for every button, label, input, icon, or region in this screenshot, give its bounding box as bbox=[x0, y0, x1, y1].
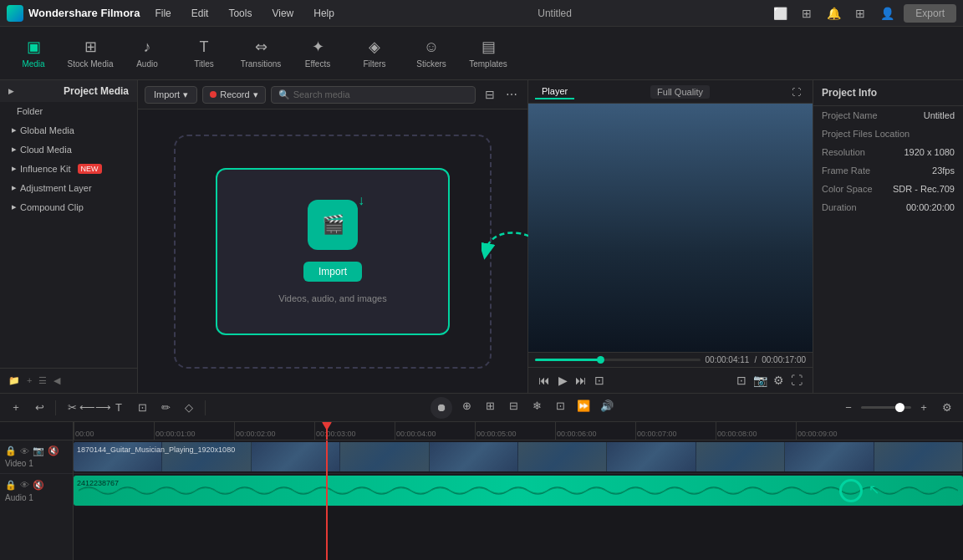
play-btn[interactable]: ▶ bbox=[553, 371, 572, 389]
video-track-eye-icon[interactable]: 👁 bbox=[20, 446, 29, 456]
add-track-btn[interactable]: + bbox=[7, 399, 25, 417]
record-btn[interactable]: Record ▾ bbox=[202, 86, 265, 104]
list-view-icon[interactable]: ☰ bbox=[38, 375, 47, 386]
import-subtext: Videos, audio, and images bbox=[278, 293, 386, 303]
audio-track-eye-icon[interactable]: 👁 bbox=[20, 480, 29, 490]
video-track-mute-icon[interactable]: 🔇 bbox=[48, 445, 59, 456]
user-icon[interactable]: 👤 bbox=[877, 3, 897, 23]
audio-track-content[interactable]: 2412238767 ↖ bbox=[74, 474, 963, 507]
project-info-title: Project Info bbox=[813, 80, 963, 106]
sidebar-adjustment-layer[interactable]: ▸ Adjustment Layer bbox=[0, 178, 137, 197]
import-media-button[interactable]: Import bbox=[303, 262, 362, 282]
audio-clip[interactable]: 2412238767 ↖ bbox=[74, 476, 963, 506]
zoom-out-btn[interactable]: − bbox=[839, 399, 858, 417]
grid2-icon[interactable]: ⊞ bbox=[850, 3, 870, 23]
compound-arrow: ▸ bbox=[12, 201, 17, 212]
global-media-label: Global Media bbox=[20, 125, 74, 135]
menu-file[interactable]: File bbox=[150, 6, 176, 21]
zoom-slider[interactable] bbox=[861, 406, 911, 409]
video-track-camera-icon[interactable]: 📷 bbox=[33, 445, 44, 456]
filmora-icon: 🎬 bbox=[322, 214, 344, 236]
video-clip[interactable]: 1870144_Guitar_Musician_Playing_1920x108… bbox=[74, 442, 963, 471]
menu-tools[interactable]: Tools bbox=[223, 6, 257, 21]
tool-audio[interactable]: ♪ Audio bbox=[120, 30, 174, 77]
vol-btn[interactable]: 🔊 bbox=[598, 397, 616, 415]
tool-effects[interactable]: ✦ Effects bbox=[291, 30, 344, 77]
record-tl-btn[interactable]: ⏺ bbox=[431, 397, 452, 419]
fullscreen-icon[interactable]: ⛶ bbox=[786, 82, 806, 102]
draw-btn[interactable]: ✏ bbox=[156, 399, 175, 417]
import-label: Import bbox=[154, 89, 180, 99]
sidebar-global-media[interactable]: ▸ Global Media bbox=[0, 120, 137, 140]
freeze-btn[interactable]: ❄ bbox=[527, 397, 546, 415]
zoom-in-btn[interactable]: + bbox=[915, 399, 933, 417]
cut-btn[interactable]: ✂ bbox=[63, 399, 81, 417]
tl-sep2 bbox=[205, 400, 206, 415]
screenshot-btn[interactable]: 📷 bbox=[751, 371, 769, 389]
mark-out-btn[interactable]: ⊡ bbox=[732, 371, 751, 389]
arrow-icon[interactable]: ◀ bbox=[54, 375, 60, 386]
crop-btn[interactable]: ⊡ bbox=[133, 399, 151, 417]
clone-btn[interactable]: ⊡ bbox=[551, 397, 569, 415]
project-media-header[interactable]: ▸ Project Media bbox=[0, 80, 137, 102]
next-frame-btn[interactable]: ⏭ bbox=[572, 371, 590, 389]
video-track-lock-icon[interactable]: 🔒 bbox=[5, 445, 17, 456]
audio-track-lock-icon[interactable]: 🔒 bbox=[5, 480, 17, 491]
import-drop-outer[interactable]: 🎬 ↓ Import Videos, audio, and images bbox=[174, 135, 492, 369]
bell-icon[interactable]: 🔔 bbox=[823, 3, 843, 23]
templates-icon: ▤ bbox=[482, 38, 496, 56]
more-options-icon[interactable]: ⋯ bbox=[502, 85, 521, 104]
tool-titles[interactable]: T Titles bbox=[177, 30, 231, 77]
sidebar-influence-kit[interactable]: ▸ Influence Kit NEW bbox=[0, 159, 137, 178]
time-progress-bar[interactable] bbox=[535, 359, 701, 361]
tool-media[interactable]: ▣ Media bbox=[7, 30, 60, 77]
add-item-icon[interactable]: + bbox=[27, 375, 32, 386]
timeline-settings-btn[interactable]: ⚙ bbox=[938, 399, 956, 417]
effects-icon: ✦ bbox=[312, 38, 324, 56]
add-folder-icon[interactable]: 📁 bbox=[8, 375, 20, 386]
tool-filters[interactable]: ◈ Filters bbox=[348, 30, 401, 77]
speed-btn[interactable]: ⏩ bbox=[574, 397, 593, 415]
prev-clip-btn[interactable]: ⊕ bbox=[457, 397, 476, 415]
info-value-name: Untitled bbox=[924, 110, 955, 120]
keyframe-btn[interactable]: ◇ bbox=[180, 399, 198, 417]
prev-frame-btn[interactable]: ⏮ bbox=[535, 371, 553, 389]
text-tool-btn[interactable]: T bbox=[110, 399, 128, 417]
main-layout: ▸ Project Media Folder ▸ Global Media ▸ … bbox=[0, 80, 963, 393]
sidebar-folder[interactable]: Folder bbox=[0, 102, 137, 120]
menu-view[interactable]: View bbox=[267, 6, 298, 21]
search-media-box[interactable]: 🔍 Search media bbox=[271, 86, 476, 104]
delete-btn[interactable]: ⊟ bbox=[504, 397, 522, 415]
info-label-location: Project Files Location bbox=[822, 129, 910, 139]
screen-icon[interactable]: ⬜ bbox=[770, 3, 790, 23]
info-row-colorspace: Color Space SDR - Rec.709 bbox=[813, 180, 963, 198]
export-button[interactable]: Export bbox=[904, 4, 956, 23]
sidebar-cloud-media[interactable]: ▸ Cloud Media bbox=[0, 140, 137, 159]
quality-button[interactable]: Full Quality bbox=[650, 85, 710, 99]
import-dropdown-btn[interactable]: Import ▾ bbox=[145, 86, 197, 104]
audio-track-mute-icon2[interactable]: 🔇 bbox=[33, 480, 44, 491]
tool-transitions[interactable]: ⇔ Transitions bbox=[234, 30, 288, 77]
grid-icon[interactable]: ⊞ bbox=[797, 3, 817, 23]
filter-icon[interactable]: ⊟ bbox=[481, 85, 499, 104]
split-btn[interactable]: ⊞ bbox=[481, 397, 499, 415]
tool-stock-media[interactable]: ⊞ Stock Media bbox=[64, 30, 117, 77]
tool-templates[interactable]: ▤ Templates bbox=[461, 30, 515, 77]
media-icon: ▣ bbox=[27, 38, 41, 56]
influence-label: Influence Kit bbox=[20, 164, 71, 174]
preview-toolbar: Player Full Quality ⛶ bbox=[528, 80, 813, 104]
trim-btn[interactable]: ⟵⟶ bbox=[86, 399, 104, 417]
ruler-line-1 bbox=[154, 422, 155, 440]
sidebar-compound-clip[interactable]: ▸ Compound Clip bbox=[0, 197, 137, 216]
fullscreen-btn[interactable]: ⛶ bbox=[787, 371, 806, 389]
tool-media-label: Media bbox=[22, 59, 44, 69]
undo-btn[interactable]: ↩ bbox=[30, 399, 48, 417]
tool-stickers[interactable]: ☺ Stickers bbox=[405, 30, 458, 77]
settings-btn[interactable]: ⚙ bbox=[769, 371, 787, 389]
player-tab[interactable]: Player bbox=[535, 84, 574, 99]
import-area: 🎬 ↓ Import Videos, audio, and images bbox=[138, 109, 527, 393]
menu-help[interactable]: Help bbox=[308, 6, 339, 21]
video-track-content[interactable]: 1870144_Guitar_Musician_Playing_1920x108… bbox=[74, 440, 963, 473]
menu-edit[interactable]: Edit bbox=[186, 6, 214, 21]
mark-in-btn[interactable]: ⊡ bbox=[590, 371, 609, 389]
